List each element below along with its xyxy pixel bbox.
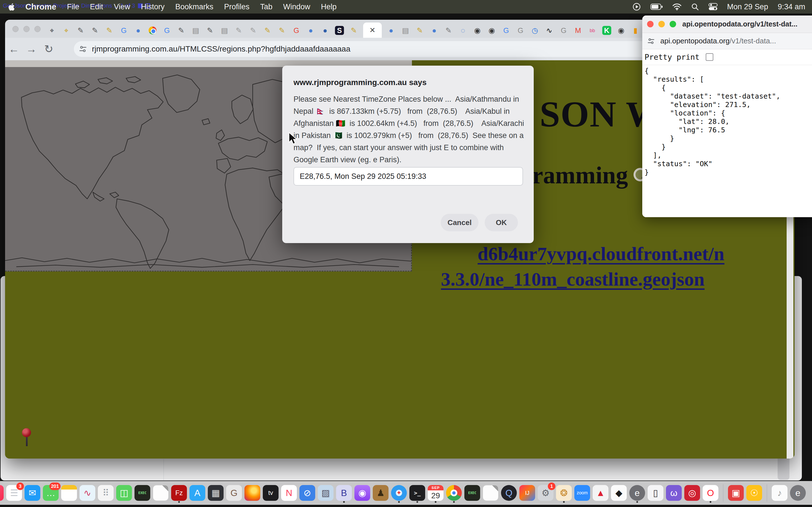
tab-compass-2[interactable]: ⌖	[61, 23, 71, 38]
dock-palette[interactable]: ❂	[556, 483, 572, 503]
dock-facetime[interactable]: ◫	[116, 483, 132, 503]
geojson-link-line2[interactable]: 3.3.0/ne_110m_coastline.geojson	[441, 268, 705, 290]
dock-mail[interactable]: ✉	[24, 483, 41, 503]
map-pin-icon[interactable]	[22, 428, 32, 448]
tab-chrome-dark-1[interactable]: ◉	[472, 23, 483, 38]
tab-pencil-3[interactable]: ✎	[104, 23, 114, 38]
tab-abc[interactable]: ∿	[544, 23, 554, 38]
close-window-button[interactable]	[12, 26, 18, 32]
dock-inkscape[interactable]: ◆	[611, 483, 627, 503]
json-url-bar[interactable]: api.opentopodata.org/v1/test-data...	[642, 33, 812, 49]
tab-google-red[interactable]: G	[291, 23, 301, 38]
battery-icon[interactable]	[651, 3, 663, 10]
menu-item-bookmarks[interactable]: Bookmarks	[175, 3, 213, 11]
tab-history-clock[interactable]: ◷	[530, 23, 540, 38]
close-tab-icon[interactable]: ✕	[369, 26, 375, 35]
dock-exec-1[interactable]: EXEC	[134, 483, 151, 503]
dock-appletv[interactable]: tv	[262, 483, 279, 503]
dialog-input[interactable]	[294, 167, 523, 186]
tab-pencil-5[interactable]: ✎	[205, 23, 215, 38]
dock-bbedit[interactable]: B	[336, 483, 352, 503]
geojson-link-line1[interactable]: d6b4ur7yvpq.cloudfront.net/n	[477, 243, 724, 265]
dock-quicktime[interactable]: Q	[501, 483, 517, 503]
tab-pencil-1[interactable]: ✎	[75, 23, 86, 38]
dock-blue-dot[interactable]: ●	[808, 483, 812, 503]
dock-zoom[interactable]: zoom	[574, 483, 591, 503]
menu-time[interactable]: 9:34 am	[777, 3, 805, 11]
tab-orange-cut[interactable]: ▮	[630, 23, 641, 38]
dock-photobooth[interactable]: ▣	[728, 483, 744, 503]
tab-google-gray-1[interactable]: G	[515, 23, 525, 38]
dock-gimp[interactable]: G	[226, 483, 242, 503]
dock-terminal[interactable]: >_	[409, 483, 425, 503]
dock-safari[interactable]: ✦	[391, 483, 407, 503]
json-minimize-button[interactable]	[658, 21, 665, 27]
tab-chrome-dark-3[interactable]: ◉	[616, 23, 626, 38]
tab-dashed-circle[interactable]: ◌	[458, 23, 468, 38]
tab-doc-2[interactable]: ▤	[219, 23, 230, 38]
spotlight-search-icon[interactable]	[691, 3, 699, 11]
tab-google-gray-2[interactable]: G	[559, 23, 569, 38]
dock-screenshots[interactable]: ▨	[317, 483, 334, 503]
ok-button[interactable]: OK	[485, 214, 518, 231]
dock-lightbulb[interactable]: ☉	[746, 483, 762, 503]
tab-pencil-10[interactable]: ✎	[349, 23, 359, 38]
dock-libreoffice-2[interactable]	[483, 483, 499, 503]
reload-icon[interactable]: ↻	[40, 43, 57, 55]
site-settings-icon[interactable]	[79, 45, 87, 53]
tab-kayo[interactable]: K	[602, 23, 612, 38]
dock-podcasts[interactable]: ◉	[354, 483, 370, 503]
tab-sphere-1[interactable]: ●	[133, 23, 143, 38]
pretty-print-checkbox[interactable]	[706, 53, 713, 61]
dock-roulette[interactable]: ◎	[684, 483, 700, 503]
menu-item-file[interactable]: File	[67, 3, 80, 11]
dock-cmake[interactable]: ▲	[592, 483, 609, 503]
dock-utility-brown[interactable]: ♟	[372, 483, 389, 503]
tab-sphere-5[interactable]: ●	[429, 23, 439, 38]
dock-chrome[interactable]	[446, 483, 462, 503]
dock-blocked[interactable]: ⊘	[299, 483, 315, 503]
dock-news[interactable]: N	[281, 483, 297, 503]
cancel-button[interactable]: Cancel	[441, 214, 478, 231]
tab-active[interactable]: ✕	[363, 22, 382, 38]
menu-item-tab[interactable]: Tab	[260, 3, 273, 11]
tab-pencil-6[interactable]: ✎	[234, 23, 244, 38]
tab-compass-1[interactable]: ⌖	[47, 23, 57, 38]
tab-pencil-12[interactable]: ✎	[444, 23, 454, 38]
minimize-window-button[interactable]	[23, 26, 30, 32]
dock-calendar[interactable]: SEP29	[427, 483, 444, 503]
dock-opera[interactable]: O	[702, 483, 719, 503]
tab-doc-1[interactable]: ▤	[191, 23, 201, 38]
dock-exec-2[interactable]: EXEC	[464, 483, 480, 503]
dock-music-file[interactable]: ♪	[771, 483, 788, 503]
menu-item-help[interactable]: Help	[321, 3, 337, 11]
dock-postgres-mini[interactable]: e	[790, 483, 806, 503]
dock-notes[interactable]	[61, 483, 77, 503]
json-zoom-button[interactable]	[670, 21, 676, 27]
apple-menu-icon[interactable]	[8, 3, 15, 11]
menu-item-view[interactable]: View	[114, 3, 130, 11]
tab-britbox[interactable]: bb	[587, 23, 598, 38]
dock-reminders[interactable]: ☰3	[6, 483, 22, 503]
url-text[interactable]: rjmprogramming.com.au/HTMLCSS/regions.ph…	[92, 45, 350, 54]
json-site-settings-icon[interactable]	[647, 38, 655, 45]
wifi-icon[interactable]	[672, 3, 681, 10]
menu-date[interactable]: Mon 29 Sep	[727, 3, 768, 11]
tab-google-2[interactable]: G	[162, 23, 172, 38]
menu-item-edit[interactable]: Edit	[90, 3, 103, 11]
dock-intellij[interactable]: IJ	[519, 483, 536, 503]
dock-firefox[interactable]	[244, 483, 260, 503]
dock-settings[interactable]: ⚙1	[538, 483, 554, 503]
tab-s-dark[interactable]: S	[335, 23, 345, 38]
tab-chrome-dark-2[interactable]: ◉	[487, 23, 497, 38]
menu-item-chrome[interactable]: Chrome	[26, 2, 56, 11]
tab-doc-3[interactable]: ▤	[400, 23, 410, 38]
tab-pencil-8[interactable]: ✎	[262, 23, 273, 38]
zoom-window-button[interactable]	[35, 26, 41, 32]
dock-messages[interactable]: …201	[43, 483, 59, 503]
screen-mirroring-icon[interactable]	[632, 3, 641, 11]
dock-cat-game[interactable]: ω	[666, 483, 682, 503]
dock-postgres[interactable]: e	[629, 483, 645, 503]
tab-chrome-tab[interactable]	[147, 23, 158, 38]
tab-sphere-4[interactable]: ●	[386, 23, 396, 38]
